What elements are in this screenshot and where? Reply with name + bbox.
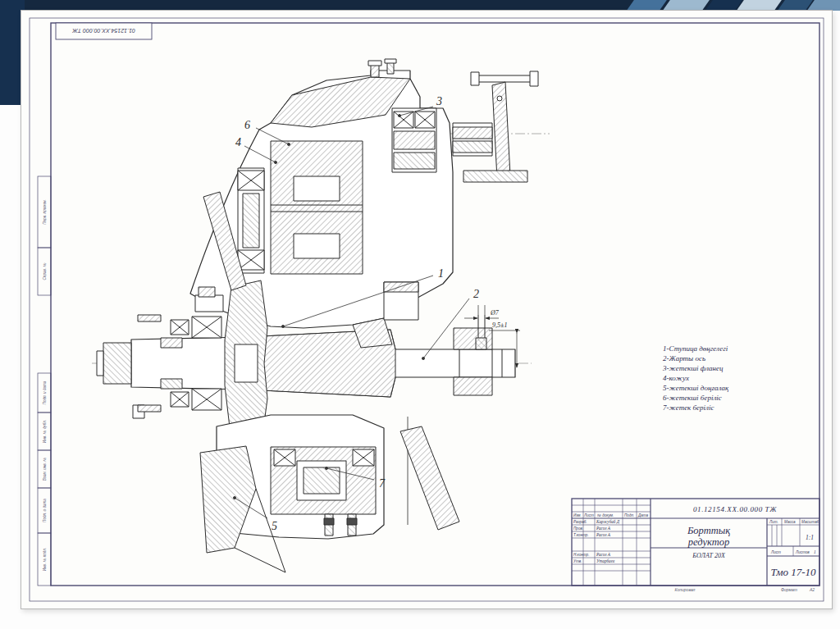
tb-row-role: Т.контр. <box>573 533 589 537</box>
tb-col-izm: Изм. <box>573 513 582 517</box>
margin-boxes <box>38 176 51 586</box>
margin-label: Перв. примен. <box>43 199 47 225</box>
margin-label: Инв. № подл. <box>43 548 47 572</box>
tb-doc-number: 01.12154.ХХ.00.000 ТЖ <box>693 505 777 513</box>
gost-frame <box>30 18 824 601</box>
tb-sheets-label: Листов <box>795 550 810 554</box>
parts-list-line: 7-жетек беріліс <box>663 403 714 412</box>
tb-col-sign: Подп. <box>624 513 634 517</box>
margin-label: Подп. и дата <box>43 381 47 404</box>
tb-sheets-value: 1 <box>814 549 816 554</box>
tb-row-name: Расол А <box>596 526 611 531</box>
parts-list-line: 4-кожух <box>663 374 689 382</box>
parts-list-line: 5-жетекші доңғалақ <box>663 384 729 392</box>
format-value: А2 <box>809 587 815 592</box>
dim-depth: 9,5±1 <box>492 321 507 329</box>
tb-lit-label: Лит. <box>769 520 778 524</box>
tb-sheet-label: Лист <box>770 550 781 554</box>
tb-col-list: Лист <box>583 513 594 517</box>
callout-6: 6 <box>244 119 250 131</box>
tb-group: Тмо 17-10 <box>770 566 816 578</box>
upper-left-bearings <box>238 168 264 273</box>
callout-1: 1 <box>438 267 444 280</box>
tb-mass-label: Масса <box>784 520 796 524</box>
tb-row-name: Утарбаев <box>596 558 615 563</box>
margin-label: Справ. № <box>43 263 47 280</box>
tb-row-name: Расол А <box>596 532 611 537</box>
tb-col-date: Дата <box>637 513 649 517</box>
margin-labels: Перв. примен. Справ. № Подп. и дата Инв.… <box>43 199 48 571</box>
callout-2: 2 <box>473 288 479 300</box>
callout-4: 4 <box>235 136 241 148</box>
margin-label: Инв. № дубл. <box>43 420 47 443</box>
parts-list-line: 2-Жарты ось <box>663 354 705 362</box>
parts-list-line: 3-жетекші фланец <box>662 364 724 372</box>
reducer-drawing <box>92 59 550 572</box>
callout-3: 3 <box>436 95 442 107</box>
parts-list-line: 1-Ступица дөңгелегі <box>663 344 728 353</box>
presentation-slide: 01.12154.ХХ.00.000 ТЖ Перв. примен. Спра… <box>0 0 840 629</box>
drawing-overlay: 01.12154.ХХ.00.000 ТЖ Перв. примен. Спра… <box>0 0 840 629</box>
parts-list: 1-Ступица дөңгелегі 2-Жарты ось 3-жетекш… <box>662 344 729 412</box>
copied-label: Копировал <box>675 587 696 592</box>
tb-material: БОЛАТ 20Х <box>692 552 726 559</box>
tb-row-role: Разраб. <box>573 520 587 524</box>
tb-title-line2: редуктор <box>687 536 729 548</box>
parts-list-line: 6-жетекші беріліс <box>663 394 722 402</box>
tb-row-role: Н.контр. <box>573 553 589 557</box>
callout-7: 7 <box>379 477 386 490</box>
callout-5: 5 <box>272 520 277 532</box>
format-label: Формат <box>781 587 797 592</box>
margin-label: Взам. инв. № <box>43 458 47 481</box>
tb-scale-value: 1:1 <box>806 534 814 541</box>
tb-row-role: Утв. <box>573 559 582 563</box>
tb-title-line1: Борттық <box>687 525 730 536</box>
margin-label: Подп. и дата <box>43 499 47 522</box>
dim-diameter: Ø7 <box>490 309 500 317</box>
tb-row-role: Пров. <box>573 526 583 531</box>
tb-scale-label: Масштаб <box>801 520 819 524</box>
tb-col-doc: № докум. <box>597 513 614 517</box>
tb-row-name: Каржубай Д <box>596 519 620 524</box>
corner-stamp-text: 01.12154.ХХ.00.000 ТЖ <box>72 28 135 34</box>
tb-row-name: Расол А <box>596 552 611 557</box>
axle-shaft <box>97 315 515 418</box>
corner-stamp: 01.12154.ХХ.00.000 ТЖ <box>56 23 152 39</box>
